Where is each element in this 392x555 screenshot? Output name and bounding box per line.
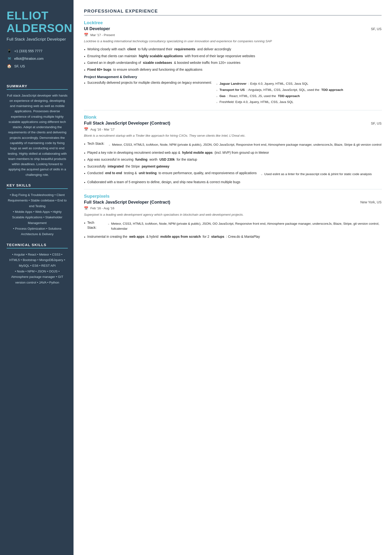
candidate-name: ELLIOT ALDERSON bbox=[7, 9, 68, 35]
company-locktree: Locktree bbox=[84, 20, 382, 25]
job-dates-locktree: 📅 Mar '17 - Present bbox=[84, 33, 382, 37]
sub-bullet-item: Jaguar Landrover: Extjs 4.0, Jquery, HTM… bbox=[216, 81, 343, 86]
contact-block: 📱 +1 (333) 555 7777 ✉ elliot@hiration.co… bbox=[7, 48, 68, 71]
company-superpixels: Superpixels bbox=[84, 194, 382, 199]
professional-experience-title: PROFESSIONAL EXPERIENCE bbox=[84, 8, 382, 15]
bullet-item: Conducted end to end testing & unit test… bbox=[84, 171, 382, 178]
job-blonk: Blonk Full Stack JavaScript Developer (C… bbox=[84, 115, 382, 185]
bullet-item: App was successful in securing funding w… bbox=[84, 157, 382, 162]
calendar-icon-superpixels: 📅 bbox=[84, 206, 88, 211]
bullet-item: Tech Stack: Meteor, CSS3, HTML5, icoMoon… bbox=[84, 220, 382, 233]
job-locktree: Locktree UI Developer SF, US 📅 Mar '17 -… bbox=[84, 20, 382, 106]
email-item: ✉ elliot@hiration.com bbox=[7, 56, 68, 61]
bullet-item: Gained an in depth understanding of siza… bbox=[84, 60, 382, 66]
dates-text-superpixels: Feb '16 - Aug '16 bbox=[90, 206, 114, 210]
bullets-locktree: Working closely with each client to full… bbox=[84, 47, 382, 72]
sub-bullet-item: Meteor, CSS3, HTML5, icoMoon, Node, NPM … bbox=[109, 142, 381, 147]
sub-bullet-item: Gas: React, HTML, CSS, JS, used the TDD … bbox=[216, 94, 343, 99]
tech-skills-section-title: TECHNICAL SKILLS bbox=[7, 243, 68, 248]
dates-text-blonk: Aug '16 - Mar '17 bbox=[90, 128, 114, 131]
bullet-item: Collaborated with a team of 5 engineers … bbox=[84, 180, 382, 185]
sub-bullets-locktree: Jaguar Landrover: Extjs 4.0, Jquery, HTM… bbox=[216, 81, 343, 106]
bullet-item: Tech Stack: Meteor, CSS3, HTML5, icoMoon… bbox=[84, 141, 382, 148]
summary-section-title: SUMMARY bbox=[7, 84, 68, 90]
email-address: elliot@hiration.com bbox=[14, 57, 44, 60]
bullet-item: Ensuring that clients can maintain highl… bbox=[84, 54, 382, 59]
job-desc-blonk: Blonk is a recruitment startup with a Ti… bbox=[84, 133, 382, 138]
job-superpixels: Superpixels Full Stack JavaScript Develo… bbox=[84, 194, 382, 239]
phone-number: +1 (333) 555 7777 bbox=[14, 49, 43, 53]
divider-1 bbox=[84, 110, 382, 110]
sub-bullets-blonk-testing: Used eslint as a linter for the javascri… bbox=[261, 172, 372, 178]
location-text: SF, US bbox=[14, 64, 25, 68]
sub-bullet-item: Transport for US: Angularjs, HTML, CSS, … bbox=[216, 88, 343, 93]
summary-text: Full stack JavaScript developer with han… bbox=[7, 93, 68, 177]
company-blonk: Blonk bbox=[84, 115, 382, 120]
bullets-blonk: Tech Stack: Meteor, CSS3, HTML5, icoMoon… bbox=[84, 141, 382, 185]
key-skills-section-title: KEY SKILLS bbox=[7, 183, 68, 189]
proj-mgmt-title: Project Management & Delivery bbox=[84, 75, 382, 79]
bullets-superpixels: Tech Stack: Meteor, CSS3, HTML5, icoMoon… bbox=[84, 220, 382, 239]
bullet-item: Fixed 60+ bugs to ensure smooth delivery… bbox=[84, 67, 382, 72]
bullet-item: Successfully delivered projects for mult… bbox=[84, 80, 382, 106]
main-content: PROFESSIONAL EXPERIENCE Locktree UI Deve… bbox=[73, 0, 392, 555]
job-title-row-locktree: UI Developer SF, US bbox=[84, 26, 382, 31]
key-skills-text: • Bug Fixing & Troubleshooting • Client … bbox=[7, 192, 68, 237]
sub-bullets-blonk-tech: Meteor, CSS3, HTML5, icoMoon, Node, NPM … bbox=[109, 142, 381, 148]
calendar-icon-locktree: 📅 bbox=[84, 33, 88, 37]
first-name: ELLIOT bbox=[7, 9, 49, 22]
job-title-locktree: UI Developer bbox=[84, 26, 110, 31]
location-icon: 🏠 bbox=[7, 64, 12, 69]
last-name: ALDERSON bbox=[7, 22, 72, 34]
dates-text-locktree: Mar '17 - Present bbox=[90, 33, 115, 37]
job-title-row-superpixels: Full Stack JavaScript Developer (Contrac… bbox=[84, 200, 382, 205]
location-item: 🏠 SF, US bbox=[7, 64, 68, 69]
job-location-locktree: SF, US bbox=[371, 27, 382, 31]
sub-bullet-item: Freshfield: Extjs 4.0, Jquery, HTML, CSS… bbox=[216, 100, 343, 105]
job-location-blonk: SF, US bbox=[371, 122, 382, 125]
job-title-blonk: Full Stack JavaScript Developer (Contrac… bbox=[84, 121, 170, 126]
job-dates-blonk: 📅 Aug '16 - Mar '17 bbox=[84, 127, 382, 131]
phone-item: 📱 +1 (333) 555 7777 bbox=[7, 48, 68, 54]
job-title-superpixels: Full Stack JavaScript Developer (Contrac… bbox=[84, 200, 170, 205]
tech-skills-text: • Angular • React • Meteor • CSS3 • HTML… bbox=[7, 252, 68, 285]
proj-mgmt-bullets: Successfully delivered projects for mult… bbox=[84, 80, 382, 106]
sub-bullet-item: Meteor, CSS3, HTML5, icoMoon, Node, NPM … bbox=[108, 221, 382, 231]
divider-2 bbox=[84, 189, 382, 189]
sub-bullets-superpixels-tech: Meteor, CSS3, HTML5, icoMoon, Node, NPM … bbox=[108, 221, 382, 233]
bullet-item: Played a key role in developing recruitm… bbox=[84, 150, 382, 155]
job-location-superpixels: New York, US bbox=[360, 200, 382, 204]
email-icon: ✉ bbox=[7, 56, 12, 61]
job-desc-superpixels: Superpixel is a leading web development … bbox=[84, 212, 382, 217]
sub-bullet-item: Used eslint as a linter for the javascri… bbox=[261, 172, 372, 177]
calendar-icon-blonk: 📅 bbox=[84, 127, 88, 131]
job-title-row-blonk: Full Stack JavaScript Developer (Contrac… bbox=[84, 121, 382, 126]
job-desc-locktree: Locktree is a leading international tech… bbox=[84, 39, 382, 44]
job-dates-superpixels: 📅 Feb '16 - Aug '16 bbox=[84, 206, 382, 211]
candidate-title: Full Stack JavaScript Developer bbox=[7, 37, 68, 42]
phone-icon: 📱 bbox=[7, 48, 12, 54]
bullet-item: Working closely with each client to full… bbox=[84, 47, 382, 52]
sidebar: ELLIOT ALDERSON Full Stack JavaScript De… bbox=[0, 0, 73, 555]
bullet-item: Instrumental in creating the web apps & … bbox=[84, 234, 382, 239]
bullet-item: Successfully integrated the Stripe payme… bbox=[84, 164, 382, 169]
